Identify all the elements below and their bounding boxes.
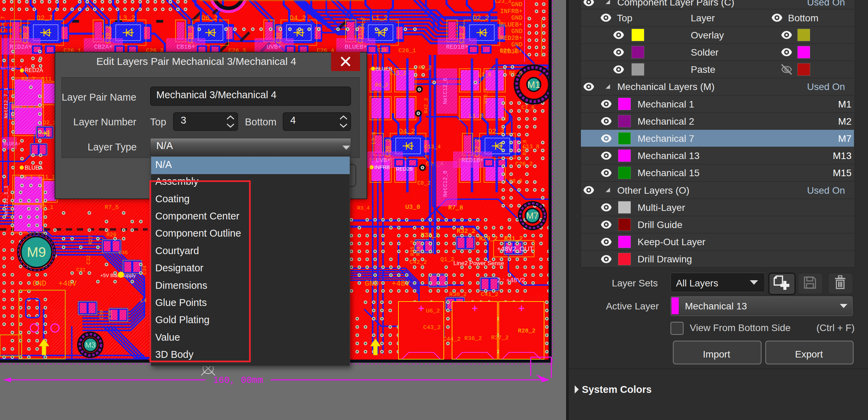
- svg-text:Paste: Paste: [691, 64, 715, 75]
- svg-text:(Ctrl + F): (Ctrl + F): [816, 322, 855, 333]
- svg-text:Drill Drawing: Drill Drawing: [638, 254, 692, 264]
- svg-text:Active Layer: Active Layer: [606, 301, 659, 311]
- svg-text:Layer: Layer: [691, 13, 715, 23]
- svg-text:Mechanical 2: Mechanical 2: [638, 116, 694, 127]
- svg-text:Mechanical 7: Mechanical 7: [638, 133, 694, 144]
- svg-text:Mechanical 15: Mechanical 15: [638, 168, 700, 178]
- svg-text:M15: M15: [833, 168, 852, 178]
- svg-text:M2: M2: [838, 116, 852, 127]
- svg-text:Import: Import: [703, 349, 730, 360]
- svg-text:Component Layer Pairs (C): Component Layer Pairs (C): [617, 0, 734, 8]
- svg-text:M1: M1: [838, 99, 852, 110]
- svg-text:Solder: Solder: [691, 47, 719, 58]
- svg-text:All Layers: All Layers: [676, 278, 718, 288]
- svg-text:Used On: Used On: [807, 81, 845, 92]
- svg-text:Used On: Used On: [807, 0, 845, 8]
- svg-text:Other Layers (O): Other Layers (O): [617, 185, 689, 196]
- svg-text:Mechanical 13: Mechanical 13: [638, 150, 700, 161]
- svg-text:Multi-Layer: Multi-Layer: [638, 202, 685, 213]
- svg-text:Top: Top: [617, 13, 632, 23]
- svg-text:Overlay: Overlay: [691, 30, 724, 41]
- svg-text:Drill Guide: Drill Guide: [638, 219, 683, 230]
- svg-text:Mechanical Layers (M): Mechanical Layers (M): [617, 81, 714, 92]
- svg-text:Mechanical 13: Mechanical 13: [685, 301, 747, 311]
- svg-text:Keep-Out Layer: Keep-Out Layer: [638, 237, 706, 247]
- svg-text:View From Bottom Side: View From Bottom Side: [690, 322, 791, 333]
- svg-text:Used On: Used On: [807, 185, 845, 196]
- svg-text:M13: M13: [833, 150, 852, 161]
- svg-text:System Colors: System Colors: [582, 384, 652, 395]
- svg-text:Export: Export: [795, 349, 823, 360]
- svg-text:M7: M7: [838, 133, 852, 144]
- svg-text:Mechanical 1: Mechanical 1: [638, 99, 694, 110]
- svg-text:Bottom: Bottom: [788, 13, 819, 23]
- svg-text:Layer Sets: Layer Sets: [612, 278, 658, 288]
